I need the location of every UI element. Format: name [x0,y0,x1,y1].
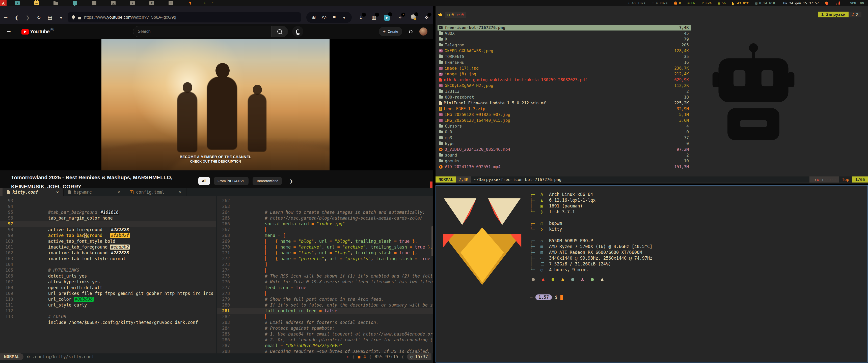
file-row[interactable]: GkFPR-GXUAACWSS.jpeg 128,4K [437,48,691,54]
toolbar-extension-icon[interactable] [407,14,420,21]
editor-tab[interactable]: T config.toml × [125,188,186,196]
toolbar-icon[interactable]: ▾ [56,14,67,21]
tray-module[interactable]: VPN: ON [848,1,864,5]
search-button[interactable] [271,26,288,37]
toolbar-extension-icon[interactable]: ❖ [420,14,433,21]
file-row[interactable]: image (8).jpg 212,4K [437,71,691,77]
workspace-icon[interactable] [92,1,96,5]
toolbar-extension-icon[interactable]: ⌖ × [394,14,407,20]
toolbar-extension-icon[interactable]: ▥ [367,14,380,21]
workspace-icon[interactable] [34,1,39,5]
url-bar[interactable]: https://www.youtube.com/watch?v=5b8A-jgx… [68,12,301,23]
close-icon[interactable]: × [118,190,120,195]
close-icon[interactable]: × [56,190,59,195]
tray-module[interactable]: ↓ 43 KB/s [628,1,646,5]
tray-module[interactable] [825,1,830,5]
toolbar-icon[interactable]: ☰ [0,14,11,21]
file-row[interactable]: free-icon-bot-7167276.png 7,4K [437,25,691,31]
fm-tab-inactive[interactable]: 2 X [848,11,862,18]
file-row[interactable]: Пингвины 16 [437,60,691,65]
arch-launcher-button[interactable] [0,0,6,6]
file-row[interactable]: sound 2 [437,152,691,158]
shell-prompt[interactable]: ─ 1.57 $ [530,294,563,300]
file-row[interactable]: 123113 2 [437,89,691,94]
file-row[interactable]: IMG_20250123_164440_015.jpg 3,6M [437,118,691,123]
editor-pane-left[interactable]: 93 #tab_bar_background #161616 94 tab_ba… [0,196,216,354]
file-row[interactable]: oth_A_ardor-gaming-wakizashi_instrukcia_… [437,77,691,83]
workspace-icon[interactable] [111,1,116,5]
workspace-icon[interactable] [54,2,58,5]
search-bar[interactable] [133,26,288,37]
workspace-icon[interactable]: ☰ [168,1,173,5]
voice-search-button[interactable] [292,26,303,37]
close-icon[interactable]: × [179,190,181,195]
file-row[interactable]: GkC0yLaXgAAP-H2.jpeg 112,2K [437,83,691,89]
file-row[interactable]: Cursors 4 [437,123,691,129]
file-row[interactable]: Lens-FREE-1.3.zip 32,9M [437,106,691,112]
toolbar-extension-icons: ↧ ▥ ▶ ⌖ × ❖ [354,14,433,21]
file-row[interactable]: TORRENTS 35 [437,54,691,60]
file-row[interactable]: OLD 0 [437,129,691,135]
editor-tabs: kitty.conf × bspwmrc × T config.toml × [2,188,186,196]
toolbar-pill-icon[interactable]: ▾ [339,14,349,21]
tree-glyph: ├─ [530,244,540,250]
tray-module[interactable]: ▦ 5% [718,1,726,5]
avatar[interactable] [420,28,428,36]
file-row[interactable]: Telegram 205 [437,42,691,48]
shield-icon[interactable] [72,15,75,20]
file-row[interactable]: image (17).jpg 236,7K [437,65,691,71]
editor-scrollbar-thumb[interactable] [432,226,433,256]
file-row[interactable]: VBOX 45 [437,31,691,36]
workspace-icon[interactable]: ❯ [15,1,20,5]
toolbar-pill-icon[interactable]: ⚑ [329,14,339,21]
tray-module[interactable]: ⌨ EN [688,1,695,5]
file-row[interactable]: VID_20241130_092551.mp4 151,3M [437,164,691,170]
file-row[interactable]: gomuks 10 [437,158,691,164]
toolbar-pill-icon[interactable]: ≋ [309,14,319,21]
toolbar-icon[interactable]: ❮ [11,14,22,21]
youtube-logo[interactable]: YouTube RU [22,29,54,35]
notifications-bell-icon[interactable]: Ω [409,29,413,35]
workspace-icon[interactable] [73,1,77,5]
file-row[interactable]: mp3 77 [437,135,691,141]
create-button[interactable]: + Create [379,27,402,36]
tray-module[interactable]: 0 [674,1,681,5]
toolbar-icon[interactable]: ↻ [33,14,44,21]
file-row[interactable]: Буря 0 [437,141,691,146]
file-size: 10 [684,95,689,100]
toolbar-icon[interactable]: ▤ [44,14,56,21]
editor-tab[interactable]: bspwmrc × [64,188,125,196]
url-text[interactable]: https://www.youtube.com/watch?v=5b8A-jgx… [84,15,176,20]
video-player[interactable]: BECOME A MEMBER OF THE CHANNEL CHECK OUT… [101,39,330,170]
fetch-line-text: 6.12.16-lqx1-1-lqx [549,197,595,203]
toolbar-extension-icon[interactable]: ▶ [380,14,394,21]
browser-scrollbar-thumb[interactable] [430,182,433,188]
editor-pane-right[interactable]: 262 # Learn how to create these images i… [217,196,433,354]
workspace-icon[interactable]: ↓ [130,1,135,5]
file-row[interactable]: MiniFuse1_Firmware_Update_1_5_0_212_win.… [437,100,691,106]
filter-chip[interactable]: Tomorrowland [253,177,282,185]
file-row[interactable]: 000-razobrat 10 [437,94,691,100]
filter-chip[interactable]: All [198,177,210,185]
tray-module[interactable]: ▤ 8,14 GiB [755,1,775,5]
workspace-icon[interactable]: # [149,1,154,5]
chips-more-icon[interactable]: ❯ [289,179,293,184]
code-line: 279 full_content_in_feed = false [217,296,433,302]
fm-tab-active[interactable]: 1 Загрузки [818,11,848,18]
file-row[interactable]: IMG_20250128_091825_007.jpg 5,1M [437,112,691,118]
file-row[interactable]: Q_VIDEO_20241220_085546.mp4 97,2M [437,146,691,152]
tray-module[interactable]: +43.0°C [732,1,749,5]
tray-module[interactable]: ♪ 87% [702,1,711,5]
file-row[interactable]: X 79 [437,36,691,42]
tray-module[interactable]: ↑ 4 KB/s [652,1,668,5]
toolbar-pill-icon[interactable]: Aˣ [319,14,329,20]
search-input[interactable] [133,29,271,34]
editor-tab[interactable]: kitty.conf × [2,188,64,196]
toolbar-icon[interactable]: ❯ [22,14,33,21]
youtube-menu-icon[interactable]: ☰ [6,29,11,35]
tray-module[interactable] [836,1,842,4]
filter-chip[interactable]: From iNEGATIVE [214,177,249,185]
toolbar-extension-icon[interactable]: ↧ [354,14,367,21]
tray-module[interactable]: Пн 24 фев 15:37:57 [781,1,819,5]
workspace-icon[interactable]: ↯ [188,1,192,5]
